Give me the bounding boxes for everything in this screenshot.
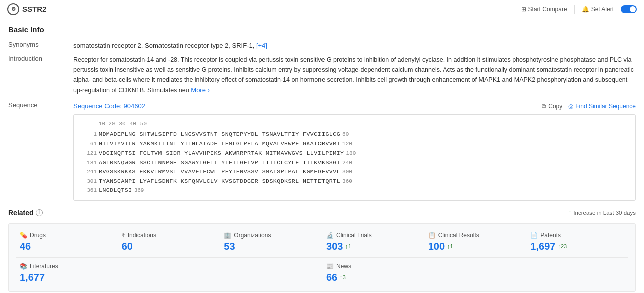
synonyms-more-link[interactable]: [+4] [256,42,267,49]
related-item[interactable]: ⚕Indications60 [118,229,220,255]
copy-button[interactable]: ⧉ Copy [542,103,562,110]
seq-num-right: 60 [342,130,349,139]
more-link[interactable]: More › [191,86,210,94]
seq-num-left: 361 [80,186,97,195]
header: ⚙ SSTR2 ⊞ Start Compare 🔔 Set Alert [0,0,644,18]
related-item[interactable]: 🏢Organizations53 [220,229,322,255]
seq-data: NTLVIYVILR YAKMKTITNI YILNLAIADE LFMLGLP… [99,139,340,148]
start-compare-button[interactable]: ⊞ Start Compare [521,6,567,13]
seq-num-right: 369 [134,186,144,195]
related-row-1: 💊Drugs46⚕Indications60🏢Organizations53🔬C… [16,229,628,255]
info-table: Synonyms somatostatin receptor 2, Somato… [8,39,636,203]
related-item[interactable]: 💊Drugs46 [16,229,118,255]
introduction-label: Introduction [8,53,73,98]
seq-num-right: 240 [342,159,352,167]
seq-num-left: 241 [80,168,97,176]
related-item-label: ⚕Indications [122,232,216,239]
related-item-label: 💊Drugs [20,232,114,239]
set-alert-button[interactable]: 🔔 Set Alert [582,6,614,13]
seq-data: LNGDLQTSI [99,186,132,194]
alert-icon: 🔔 [582,6,589,13]
related-row-2: 📚Literatures1,677📰News66↑ 3 [16,257,628,286]
find-icon: ◎ [568,103,573,110]
introduction-value: Receptor for somatostatin-14 and -28. Th… [73,53,636,98]
seq-num-right: 300 [342,168,352,176]
related-item-value: 46 [20,241,114,252]
seq-ruler: 10 20 30 40 50 [99,120,629,128]
synonyms-text: somatostatin receptor 2, Somatostatin re… [73,42,254,49]
related-title: Related i [8,209,43,217]
related-item-value: 1,677 [20,272,318,283]
related-item-label: 🔬Clinical Trials [326,232,420,239]
sequence-row: 1 MDMADEPLNG SHTWLSIPFD LNGSVVSTNT SNQTE… [80,130,629,139]
increase-text: Increase in Last 30 days [573,210,636,216]
sequence-row: 241 RVGSSKRKKS EKKVTRMVSI VVAVFIFCWL PFY… [80,167,629,176]
related-item-delta: ↑ 3 [339,274,346,281]
related-item-count: 1,697 [530,241,555,252]
related-item-icon: 📚 [20,263,27,270]
related-item-icon: 🔬 [326,232,334,239]
find-similar-label: Find Similar Sequence [575,103,636,110]
related-item-icon: ⚕ [122,232,125,239]
sequence-row: 61 NTLVIYVILR YAKMKTITNI YILNLAIADE LFML… [80,139,629,149]
related-item-count: 303 [326,241,343,252]
seq-num-right: 120 [342,140,352,149]
sequence-row: 121 VDGINQFTSI FCLTVM SIDR YLAVVHPIKS AK… [80,149,629,158]
related-item-label: 🏢Organizations [224,232,318,239]
related-header: Related i ↑ Increase in Last 30 days [8,209,636,219]
app-logo: ⚙ SSTR2 [7,3,46,15]
synonyms-row: Synonyms somatostatin receptor 2, Somato… [8,39,636,53]
related-right: ↑ Increase in Last 30 days [568,209,636,216]
main-content: Basic Info Synonyms somatostatin recepto… [0,18,644,293]
sequence-box[interactable]: 10 20 30 40 50 1 MDMADEPLNG SHTWLSIPFD L… [73,114,636,201]
header-actions: ⊞ Start Compare 🔔 Set Alert [521,5,637,14]
related-info-icon[interactable]: i [36,209,43,216]
seq-num-left: 181 [80,159,97,167]
related-item-icon: 📄 [530,232,538,239]
related-item-icon: 📋 [428,232,436,239]
basic-info-title: Basic Info [8,23,636,34]
related-item-count: 66 [326,272,337,283]
start-compare-label: Start Compare [528,6,567,13]
related-item[interactable]: 🔬Clinical Trials303↑ 1 [322,229,424,255]
synonyms-label: Synonyms [8,39,73,53]
seq-actions: ⧉ Copy ◎ Find Similar Sequence [542,103,636,110]
related-item-label: 📄Patents [530,232,624,239]
seq-data: RVGSSKRKKS EKKVTRMVSI VVAVFIFCWL PFYIFNV… [99,167,340,176]
related-item-value: 66↑ 3 [326,272,624,283]
seq-data: MDMADEPLNG SHTWLSIPFD LNGSVVSTNT SNQTEPY… [99,130,340,138]
sequence-label: Sequence [8,97,73,203]
related-item-count: 53 [224,241,235,252]
related-item-value: 100↑ 1 [428,241,523,252]
related-item-value: 303↑ 1 [326,241,420,252]
related-item[interactable]: 📚Literatures1,677 [16,260,322,286]
seq-num-left: 301 [80,177,97,186]
sequence-row: 181 AGLRSNQWGR SSCTINNPGE SGAWYTGFII YTF… [80,158,629,167]
logo-icon: ⚙ [7,3,19,15]
related-item-delta: ↑ 1 [345,243,351,250]
seq-num-right: 180 [346,149,356,158]
find-similar-button[interactable]: ◎ Find Similar Sequence [568,103,636,110]
introduction-row: Introduction Receptor for somatostatin-1… [8,53,636,98]
copy-icon: ⧉ [542,103,546,110]
increase-arrow-icon: ↑ [568,209,571,216]
seq-data: TYANSCANPI LYAFLSDNFK KSFQNVLCLV KVSGTDD… [99,177,340,185]
related-item[interactable]: 📄Patents1,697↑ 23 [526,229,628,255]
introduction-text: Receptor for somatostatin-14 and -28. Th… [73,56,634,94]
related-item-value: 1,697↑ 23 [530,241,624,252]
seq-data: VDGINQFTSI FCLTVM SIDR YLAVVHPIKS AKWRRP… [99,149,344,157]
related-item-label: 📰News [326,263,624,270]
sequence-code-link[interactable]: Sequence Code: 904602 [73,101,145,111]
related-item-count: 100 [428,241,445,252]
seq-num-left: 121 [80,149,97,158]
alert-toggle[interactable] [621,5,637,13]
sequence-rows: 1 MDMADEPLNG SHTWLSIPFD LNGSVVSTNT SNQTE… [80,130,629,195]
set-alert-label: Set Alert [591,6,614,13]
related-title-text: Related [8,209,34,217]
related-item[interactable]: 📰News66↑ 3 [322,260,628,286]
related-item[interactable]: 📋Clinical Results100↑ 1 [424,229,527,255]
sequence-value: Sequence Code: 904602 ⧉ Copy ◎ Find Simi… [73,97,636,203]
related-item-icon: 💊 [20,232,27,239]
related-item-delta: ↑ 23 [557,243,567,250]
related-item-count: 1,677 [20,272,45,283]
